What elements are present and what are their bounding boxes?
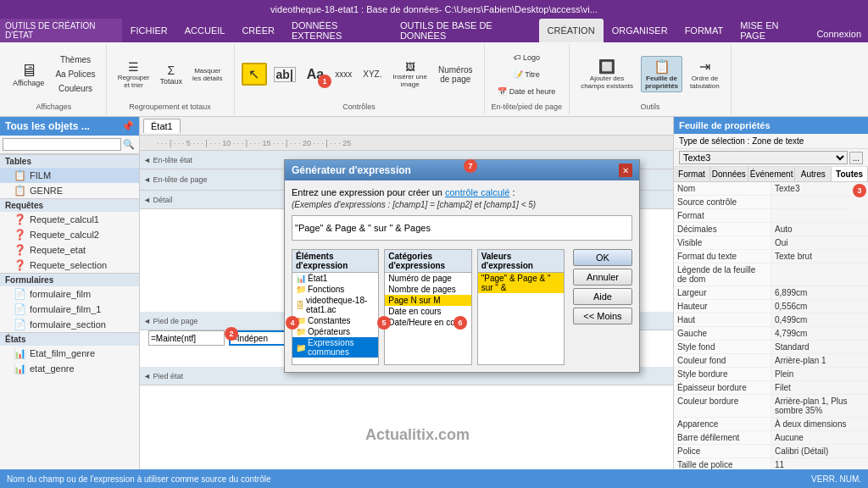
panel-item-formulaire-film1[interactable]: 📄formulaire_film_1 bbox=[0, 302, 139, 317]
ribbon-group-outils: 🔲 Ajouter deschamps existants 📋 Feuille … bbox=[570, 44, 732, 114]
element-item-videotheque[interactable]: 🗄 videotheque-18-etat1.ac bbox=[292, 295, 378, 315]
prop-row: Hauteur0,556cm bbox=[674, 300, 868, 313]
tab-creer[interactable]: CRÉER bbox=[233, 19, 283, 42]
tab-donnees-externes[interactable]: DONNÉES EXTERNES bbox=[283, 19, 392, 42]
btn-polices[interactable]: Aa Polices bbox=[52, 68, 98, 80]
btn-ordre-tabulation[interactable]: ⇥ Ordre detabulation bbox=[686, 56, 724, 92]
panel-item-requete-selection[interactable]: ❓Requete_selection bbox=[0, 258, 139, 273]
cat-page-n-sur-m[interactable]: Page N sur M bbox=[385, 295, 470, 306]
values-list[interactable]: "Page" & Page & " sur " & bbox=[477, 272, 565, 365]
section-tables[interactable]: Tables bbox=[0, 154, 139, 168]
prop-tab-autres[interactable]: Autres bbox=[795, 167, 832, 181]
dialog-link-calcule[interactable]: contrôle calculé bbox=[445, 187, 509, 197]
prop-selected-row: Texte3 ... bbox=[674, 149, 868, 167]
badge-4: 4 bbox=[286, 316, 299, 330]
dialog-cancel-button[interactable]: Annuler bbox=[573, 269, 632, 286]
etat-film-genre-icon: 📊 bbox=[14, 347, 26, 359]
search-icon[interactable]: 🔍 bbox=[121, 139, 136, 150]
prop-tab-toutes[interactable]: Toutes bbox=[832, 167, 868, 181]
cat-nombre-pages[interactable]: Nombre de pages bbox=[385, 284, 470, 295]
panel-item-formulaire-section[interactable]: 📄formulaire_section bbox=[0, 317, 139, 332]
btn-ab[interactable]: ab| bbox=[270, 64, 300, 85]
elements-list[interactable]: 📊 État1 📁 Fonctions 🗄 videotheque-18-eta… bbox=[292, 272, 379, 365]
value-page-sur[interactable]: "Page" & Page & " sur " & bbox=[478, 273, 564, 293]
etat-genre-icon: 📊 bbox=[14, 363, 26, 374]
ribbon: 🖥 Affichage Thèmes Aa Polices Couleurs A… bbox=[0, 42, 868, 117]
btn-titre[interactable]: 📝 Titre bbox=[509, 68, 544, 81]
prop-tab-donnees[interactable]: Données bbox=[710, 167, 748, 181]
prop-tab-evenement[interactable]: Événement bbox=[748, 167, 796, 181]
btn-cursor[interactable]: ↖ bbox=[242, 63, 267, 86]
requete-etat-icon: ❓ bbox=[14, 244, 26, 256]
tab-creation[interactable]: CRÉATION bbox=[539, 19, 604, 42]
requete-calcul2-icon: ❓ bbox=[14, 229, 26, 241]
btn-xyz[interactable]: XYZ. bbox=[359, 67, 386, 81]
prop-row: Source contrôle bbox=[674, 196, 851, 209]
panel-item-requete-calcul1[interactable]: ❓Requete_calcul1 bbox=[0, 212, 139, 227]
dialog-close-button[interactable]: ✕ bbox=[619, 164, 632, 177]
badge-2: 2 bbox=[225, 327, 238, 341]
element-item-constantes[interactable]: 📁 Constantes bbox=[292, 315, 378, 326]
prop-table: 3 NomTexte3Source contrôleFormatDécimale… bbox=[674, 182, 868, 469]
element-item-operateurs[interactable]: 📁 Opérateurs bbox=[292, 326, 378, 337]
btn-numeros-page[interactable]: Numérosde page bbox=[434, 63, 477, 86]
left-panel-pin[interactable]: 📌 bbox=[121, 120, 134, 132]
field-maintenant[interactable]: =Mainte(ntf] bbox=[148, 330, 225, 346]
btn-feuille-proprietes[interactable]: 📋 Feuille depropriétés bbox=[641, 56, 682, 92]
cat-date-cours[interactable]: Date en cours bbox=[385, 306, 470, 317]
tab-format[interactable]: FORMAT bbox=[676, 19, 732, 42]
btn-insert-image[interactable]: 🖼 Insérer uneimage bbox=[389, 58, 431, 91]
element-item-fonctions[interactable]: 📁 Fonctions bbox=[292, 284, 378, 295]
tab-outils-bdd[interactable]: OUTILS DE BASE DE DONNÉES bbox=[392, 19, 539, 42]
btn-xxxx[interactable]: xxxx bbox=[331, 67, 356, 81]
btn-couleurs[interactable]: Couleurs bbox=[52, 82, 98, 95]
badge-3: 3 bbox=[853, 184, 866, 197]
search-box: 🔍 bbox=[0, 136, 139, 154]
panel-item-requete-etat[interactable]: ❓Requete_etat bbox=[0, 242, 139, 258]
panel-item-genre[interactable]: 📋GENRE bbox=[0, 183, 139, 198]
dialog-ok-button[interactable]: OK bbox=[573, 249, 632, 266]
btn-regrouper[interactable]: ☰ Regrouperet trier bbox=[114, 58, 154, 92]
dialog-body: Entrez une expression pour créer un cont… bbox=[285, 180, 639, 372]
expression-input[interactable] bbox=[292, 215, 632, 241]
section-etats[interactable]: États bbox=[0, 332, 139, 346]
prop-row: Légende de la feuille de dom bbox=[674, 263, 868, 286]
ribbon-group-affichages: 🖥 Affichage Thèmes Aa Polices Couleurs A… bbox=[2, 44, 107, 114]
tab-fichier[interactable]: FICHIER bbox=[122, 19, 176, 42]
section-formulaires[interactable]: Formulaires bbox=[0, 273, 139, 286]
btn-champs-existants[interactable]: 🔲 Ajouter deschamps existants bbox=[576, 56, 637, 92]
tab-mise-en-page[interactable]: MISE EN PAGE bbox=[732, 19, 810, 42]
btn-logo[interactable]: 🏷 Logo bbox=[509, 51, 545, 64]
film-table-icon: 📋 bbox=[14, 169, 26, 181]
connexion-label[interactable]: Connexion bbox=[810, 25, 868, 42]
panel-item-requete-calcul2[interactable]: ❓Requete_calcul2 bbox=[0, 227, 139, 242]
btn-affichage[interactable]: 🖥 Affichage bbox=[8, 59, 48, 90]
dialog-title-text: Générateur d'expression bbox=[292, 164, 411, 176]
dialog-help-button[interactable]: Aide bbox=[573, 288, 632, 305]
title-text: videotheque-18-etat1 : Base de données- … bbox=[7, 4, 861, 14]
btn-date-heure[interactable]: 📅 Date et heure bbox=[493, 85, 559, 98]
btn-themes[interactable]: Thèmes bbox=[52, 53, 98, 66]
dialog-less-button[interactable]: << Moins bbox=[573, 308, 632, 324]
cat-numero-page[interactable]: Numéro de page bbox=[385, 273, 470, 284]
panel-item-etat-film-genre[interactable]: 📊Etat_film_genre bbox=[0, 346, 139, 361]
panel-item-formulaire-film[interactable]: 📄formulaire_film bbox=[0, 286, 139, 302]
element-item-expressions-communes[interactable]: 📁 Expressions communes bbox=[292, 337, 378, 358]
requete-calcul1-icon: ❓ bbox=[14, 214, 26, 225]
tab-organiser[interactable]: ORGANISER bbox=[604, 19, 676, 42]
panel-item-etat-genre[interactable]: 📊etat_genre bbox=[0, 361, 139, 376]
panel-item-film[interactable]: 📋FILM bbox=[0, 168, 139, 183]
prop-item-select[interactable]: Texte3 bbox=[679, 151, 848, 164]
formulaire-section-icon: 📄 bbox=[14, 319, 26, 330]
btn-totaux[interactable]: Σ Totaux bbox=[155, 61, 186, 88]
section-requetes[interactable]: Requêtes bbox=[0, 198, 139, 212]
prop-select-button[interactable]: ... bbox=[849, 152, 863, 164]
report-tab-etat1[interactable]: État1 bbox=[143, 119, 181, 133]
report-body[interactable]: ◄ En-tête état ◄ En-tête de page ◄ Détai… bbox=[140, 151, 673, 469]
prop-row: VisibleOui bbox=[674, 236, 868, 250]
search-input[interactable] bbox=[3, 138, 121, 151]
prop-tab-format[interactable]: Format bbox=[674, 167, 710, 181]
btn-masquer[interactable]: Masquerles détails bbox=[188, 64, 227, 85]
element-item-etat1[interactable]: 📊 État1 bbox=[292, 273, 378, 284]
tab-accueil[interactable]: ACCUEIL bbox=[176, 19, 234, 42]
